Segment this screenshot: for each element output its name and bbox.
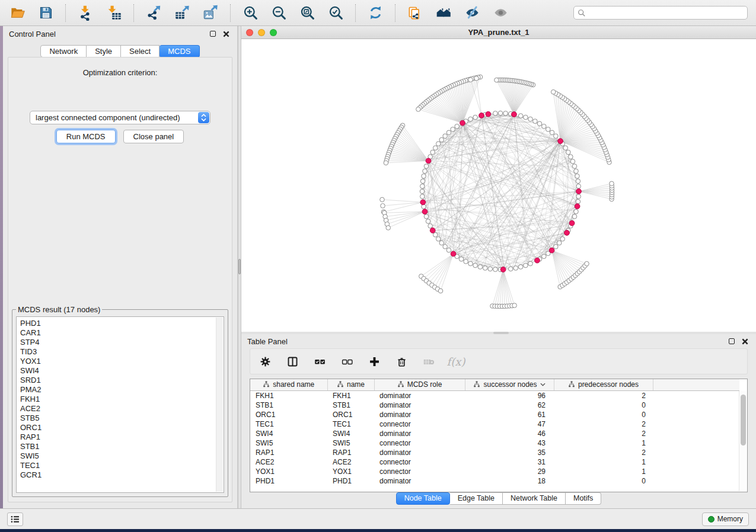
search-input[interactable]: [588, 9, 744, 17]
column-header-shared-name[interactable]: shared name: [250, 379, 327, 390]
graph-node[interactable]: [430, 150, 435, 155]
graph-node[interactable]: [446, 248, 451, 252]
graph-node[interactable]: [443, 134, 448, 139]
tab-mcds[interactable]: MCDS: [160, 45, 199, 57]
graph-node[interactable]: [524, 115, 528, 120]
open-file-button[interactable]: [6, 3, 28, 23]
graph-node[interactable]: [433, 233, 438, 238]
graph-node[interactable]: [574, 209, 579, 214]
show-column-panel-button[interactable]: [285, 354, 300, 369]
graph-hub-node[interactable]: [575, 204, 580, 209]
float-panel-icon[interactable]: [208, 28, 218, 39]
optimization-criterion-select[interactable]: largest connected component (undirected): [30, 111, 210, 124]
graph-node[interactable]: [576, 194, 581, 199]
mcds-result-item[interactable]: SWI4: [20, 366, 224, 376]
column-header-mcds-role[interactable]: MCDS role: [374, 379, 465, 390]
graph-node[interactable]: [537, 121, 542, 126]
mcds-result-item[interactable]: PHD1: [20, 319, 224, 328]
graph-node[interactable]: [420, 189, 425, 194]
graph-node[interactable]: [439, 241, 444, 245]
graph-node[interactable]: [518, 114, 523, 118]
graph-node[interactable]: [443, 245, 448, 249]
zoom-out-button[interactable]: [267, 3, 290, 23]
graph-node[interactable]: [575, 174, 580, 178]
graph-node[interactable]: [518, 265, 523, 270]
zoom-in-button[interactable]: [239, 3, 261, 23]
graph-node[interactable]: [446, 130, 451, 135]
tab-motifs[interactable]: Motifs: [566, 492, 601, 505]
export-image-button[interactable]: [199, 3, 222, 23]
graph-node[interactable]: [478, 265, 483, 270]
graph-node[interactable]: [464, 259, 468, 264]
graph-node[interactable]: [436, 237, 441, 242]
refresh-view-button[interactable]: [364, 3, 387, 23]
graph-hub-node[interactable]: [426, 158, 431, 164]
graph-hub-node[interactable]: [569, 220, 575, 226]
network-graph[interactable]: [241, 39, 756, 332]
graph-node[interactable]: [566, 150, 571, 155]
save-session-button[interactable]: [34, 3, 57, 23]
table-row[interactable]: PHD1PHD1dominator180: [250, 476, 739, 486]
mcds-result-item[interactable]: GCR1: [20, 470, 224, 480]
graph-node[interactable]: [488, 267, 493, 271]
graph-node[interactable]: [493, 111, 498, 116]
table-row[interactable]: SWI5SWI5connector431: [250, 438, 739, 448]
graph-node[interactable]: [468, 117, 473, 121]
mcds-result-item[interactable]: STB5: [20, 414, 224, 423]
graph-hub-node[interactable]: [564, 230, 570, 236]
graph-node[interactable]: [381, 204, 385, 209]
tab-select[interactable]: Select: [121, 45, 160, 57]
result-list-scrollbar[interactable]: [216, 318, 223, 492]
graph-node[interactable]: [528, 117, 533, 121]
graph-node[interactable]: [422, 174, 426, 178]
mcds-result-item[interactable]: SWI5: [20, 451, 224, 461]
graph-hub-node[interactable]: [479, 113, 484, 118]
zoom-fit-button[interactable]: [296, 3, 318, 23]
graph-node[interactable]: [572, 214, 577, 219]
graph-node[interactable]: [416, 107, 421, 112]
mcds-result-item[interactable]: STP4: [20, 338, 224, 347]
graph-node[interactable]: [384, 161, 388, 165]
graph-hub-node[interactable]: [486, 111, 491, 117]
close-panel-icon[interactable]: [221, 28, 231, 39]
float-panel-icon[interactable]: [726, 336, 737, 347]
graph-node[interactable]: [468, 261, 473, 266]
mcds-result-item[interactable]: STB1: [20, 442, 224, 451]
table-row[interactable]: ORC1ORC1dominator610: [250, 410, 739, 419]
zoom-window-button[interactable]: [270, 29, 277, 36]
column-header-name[interactable]: name: [327, 379, 374, 390]
table-row[interactable]: ACE2ACE2connector311: [250, 457, 739, 467]
graph-node[interactable]: [572, 164, 577, 169]
graph-node[interactable]: [570, 159, 575, 164]
select-all-rows-button[interactable]: [312, 354, 327, 369]
memory-button[interactable]: Memory: [702, 512, 749, 526]
table-row[interactable]: TEC1TEC1connector472: [250, 419, 739, 429]
graph-node[interactable]: [513, 266, 518, 271]
minimize-window-button[interactable]: [258, 29, 265, 36]
status-menu-button[interactable]: [7, 512, 23, 526]
graph-hub-node[interactable]: [558, 139, 563, 144]
mcds-result-item[interactable]: TEC1: [20, 461, 224, 470]
graph-node[interactable]: [473, 115, 478, 120]
graph-node[interactable]: [542, 124, 547, 129]
mcds-result-item[interactable]: FKH1: [20, 395, 224, 404]
tab-edge-table[interactable]: Edge Table: [450, 492, 503, 505]
graph-node[interactable]: [436, 142, 441, 146]
graph-hub-node[interactable]: [420, 200, 426, 205]
graph-node[interactable]: [495, 78, 499, 82]
mcds-result-item[interactable]: ACE2: [20, 404, 224, 414]
graph-node[interactable]: [550, 130, 554, 135]
graph-node[interactable]: [574, 169, 579, 174]
splitter-handle[interactable]: [238, 259, 241, 274]
graph-node[interactable]: [554, 134, 559, 139]
graph-node[interactable]: [542, 254, 547, 259]
delete-columns-button[interactable]: [394, 354, 409, 369]
deselect-all-rows-button[interactable]: [339, 354, 355, 369]
close-panel-icon[interactable]: [739, 336, 750, 347]
graph-node[interactable]: [610, 181, 614, 186]
graph-node[interactable]: [493, 267, 498, 272]
graph-node[interactable]: [503, 111, 508, 116]
graph-node[interactable]: [576, 184, 581, 189]
graph-hub-node[interactable]: [512, 112, 517, 117]
tab-node-table[interactable]: Node Table: [396, 492, 450, 505]
